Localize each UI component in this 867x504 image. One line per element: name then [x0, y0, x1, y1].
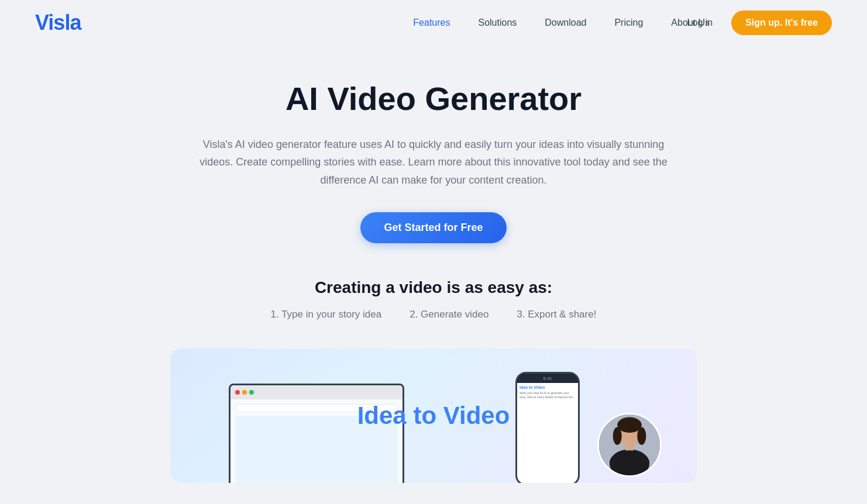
laptop-dot-green [249, 390, 254, 395]
laptop-dot-red [235, 390, 240, 395]
phone-screen: Idea to Video Write your idea for AI to … [517, 383, 578, 483]
nav-download[interactable]: Download [533, 13, 598, 33]
step-1: 1. Type in your story idea [271, 309, 382, 320]
main-content: AI Video Generator Visla's AI video gene… [0, 46, 867, 483]
cta-button[interactable]: Get Started for Free [360, 212, 506, 243]
logo[interactable]: Visla [35, 11, 81, 35]
laptop-mockup [229, 384, 428, 483]
steps-list: 1. Type in your story idea 2. Generate v… [271, 309, 597, 320]
step-3: 3. Export & share! [517, 309, 596, 320]
video-card-title: Idea to Video [357, 402, 510, 430]
signup-button[interactable]: Sign up. It's free [731, 11, 832, 35]
svg-point-7 [610, 451, 649, 475]
nav-about[interactable]: About Us [659, 13, 721, 33]
svg-point-4 [637, 427, 646, 445]
avatar [597, 413, 662, 477]
main-nav: Features Solutions Download Pricing Abou… [401, 13, 721, 33]
phone-body: 9:41 Idea to Video Write your idea for A… [515, 372, 580, 483]
video-preview-card: Idea to Video 9:41 Idea to Video [170, 348, 697, 483]
laptop-dot-yellow [242, 390, 247, 395]
nav-features[interactable]: Features [401, 13, 462, 33]
svg-point-3 [613, 427, 622, 445]
phone-notch: 9:41 [517, 374, 578, 383]
phone-screen-text: Write your idea for AI to generate your … [519, 391, 576, 399]
header: Visla Features Solutions Download Pricin… [0, 0, 867, 46]
steps-title: Creating a video is as easy as: [315, 278, 552, 297]
avatar-placeholder [599, 415, 660, 475]
laptop-screen [229, 384, 404, 483]
step-2: 2. Generate video [410, 309, 488, 320]
svg-point-2 [617, 417, 642, 433]
phone-screen-title: Idea to Video [519, 385, 576, 389]
nav-pricing[interactable]: Pricing [603, 13, 655, 33]
nav-solutions[interactable]: Solutions [466, 13, 528, 33]
hero-title: AI Video Generator [285, 81, 582, 117]
laptop-titlebar [230, 385, 402, 399]
hero-description: Visla's AI video generator feature uses … [199, 136, 668, 189]
phone-mockup: 9:41 Idea to Video Write your idea for A… [515, 372, 580, 483]
